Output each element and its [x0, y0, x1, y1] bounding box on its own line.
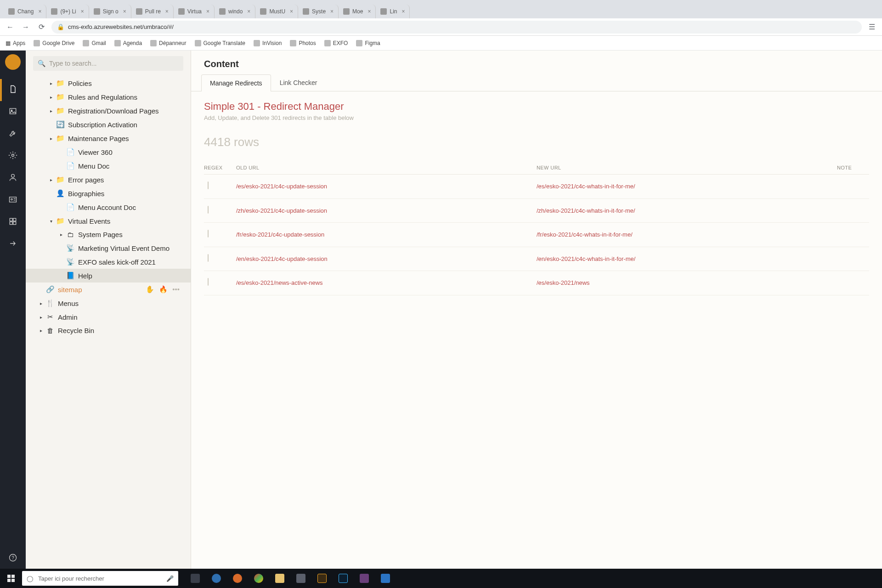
- content-tab[interactable]: Manage Redirects: [201, 74, 271, 91]
- close-icon[interactable]: ×: [123, 8, 126, 15]
- expand-icon[interactable]: ▸: [38, 328, 44, 333]
- tree-node[interactable]: 🔄 Subscription Activation: [26, 118, 191, 131]
- tree-search-input[interactable]: 🔍 Type to search...: [33, 56, 183, 71]
- vscode-button[interactable]: [376, 569, 395, 588]
- start-button[interactable]: [0, 569, 22, 588]
- table-row[interactable]: /fr/esko-2021/c4c-update-session /fr/esk…: [204, 223, 869, 247]
- expand-icon[interactable]: ▸: [48, 136, 54, 141]
- rail-media[interactable]: [0, 101, 26, 123]
- tree-node[interactable]: ▾ 📁 Virtual Events: [26, 214, 191, 228]
- browser-tab[interactable]: Virtua ×: [174, 5, 215, 18]
- rail-translate[interactable]: [0, 233, 26, 255]
- illustrator-button[interactable]: [312, 569, 332, 588]
- chrome-button[interactable]: [249, 569, 268, 588]
- address-bar[interactable]: 🔒 cms-exfo.azurewebsites.net/umbraco/#/: [51, 21, 862, 34]
- row-checkbox[interactable]: [208, 278, 209, 286]
- browser-tab[interactable]: Moe ×: [339, 5, 376, 18]
- browser-tab[interactable]: Chang ×: [4, 5, 46, 18]
- edge-button[interactable]: [207, 569, 226, 588]
- browser-tab[interactable]: (9+) Li ×: [46, 5, 89, 18]
- node-more-icon[interactable]: •••: [172, 285, 180, 294]
- bookmark-item[interactable]: EXFO: [324, 40, 348, 46]
- bookmark-item[interactable]: Google Drive: [34, 40, 74, 46]
- row-checkbox[interactable]: [208, 230, 209, 237]
- browser-tab[interactable]: Sign o ×: [89, 5, 131, 18]
- content-tab[interactable]: Link Checker: [271, 74, 326, 91]
- bookmark-item[interactable]: Photos: [290, 40, 316, 46]
- expand-icon[interactable]: ▸: [58, 232, 64, 237]
- rail-content[interactable]: [0, 79, 26, 101]
- close-icon[interactable]: ×: [368, 8, 371, 15]
- table-row[interactable]: /es/esko-2021/news-active-news /es/esko-…: [204, 271, 869, 295]
- app-button-2[interactable]: [355, 569, 374, 588]
- bookmark-item[interactable]: Figma: [356, 40, 380, 46]
- tree-node[interactable]: 📄 Menu Doc: [26, 159, 191, 173]
- tree-node[interactable]: 🔗 sitemap ✋ 🔥 •••: [26, 283, 191, 296]
- expand-icon[interactable]: ▸: [48, 108, 54, 113]
- forward-button[interactable]: →: [20, 22, 31, 33]
- col-old-url[interactable]: OLD URL: [236, 165, 537, 170]
- browser-tab[interactable]: windo ×: [215, 5, 255, 18]
- rail-forms[interactable]: [0, 211, 26, 233]
- row-checkbox[interactable]: [208, 206, 209, 214]
- expand-icon[interactable]: ▸: [48, 81, 54, 86]
- browser-tab[interactable]: MustU ×: [255, 5, 298, 18]
- reload-button[interactable]: ⟳: [36, 22, 47, 33]
- tree-node[interactable]: ▸ 📁 Rules and Regulations: [26, 90, 191, 104]
- expand-icon[interactable]: ▸: [38, 301, 44, 306]
- rail-settings[interactable]: [0, 123, 26, 145]
- apps-button[interactable]: ▦Apps: [6, 40, 25, 46]
- bookmark-item[interactable]: Gmail: [83, 40, 106, 46]
- bookmark-item[interactable]: Agenda: [114, 40, 142, 46]
- expand-icon[interactable]: ▸: [48, 177, 54, 182]
- tree-node[interactable]: 📡 Marketing Virtual Event Demo: [26, 241, 191, 255]
- browser-tab[interactable]: Syste ×: [298, 5, 339, 18]
- col-note[interactable]: NOTE: [837, 165, 869, 170]
- row-checkbox[interactable]: [208, 181, 209, 189]
- table-row[interactable]: /zh/esko-2021/c4c-update-session /zh/esk…: [204, 199, 869, 223]
- tree-node[interactable]: 📡 EXFO sales kick-off 2021: [26, 255, 191, 269]
- tree-node[interactable]: ▸ 📁 Registration/Download Pages: [26, 104, 191, 118]
- mic-icon[interactable]: 🎤: [166, 575, 174, 582]
- node-action-icon[interactable]: 🔥: [159, 285, 168, 294]
- table-row[interactable]: /es/esko-2021/c4c-update-session /es/esk…: [204, 175, 869, 199]
- table-row[interactable]: /en/esko-2021/c4c-update-session /en/esk…: [204, 247, 869, 271]
- tree-node[interactable]: ▸ 🗀 System Pages: [26, 228, 191, 241]
- close-icon[interactable]: ×: [401, 8, 405, 15]
- close-icon[interactable]: ×: [247, 8, 250, 15]
- firefox-button[interactable]: [228, 569, 247, 588]
- close-icon[interactable]: ×: [38, 8, 41, 15]
- close-icon[interactable]: ×: [330, 8, 334, 15]
- browser-tab[interactable]: Lin ×: [376, 5, 410, 18]
- app-logo[interactable]: [5, 54, 21, 70]
- close-icon[interactable]: ×: [206, 8, 209, 15]
- bookmark-item[interactable]: Google Translate: [195, 40, 245, 46]
- tree-node[interactable]: 📄 Menu Account Doc: [26, 200, 191, 214]
- taskbar-search[interactable]: ◯ Taper ici pour rechercher 🎤: [22, 571, 178, 586]
- tree-node[interactable]: ▸ ✂ Admin: [26, 310, 191, 324]
- tree-node[interactable]: ▸ 📁 Policies: [26, 76, 191, 90]
- explorer-button[interactable]: [270, 569, 289, 588]
- browser-tab[interactable]: Pull re ×: [131, 5, 174, 18]
- col-new-url[interactable]: NEW URL: [537, 165, 837, 170]
- task-view-button[interactable]: [186, 569, 205, 588]
- close-icon[interactable]: ×: [81, 8, 84, 15]
- rail-members[interactable]: [0, 189, 26, 211]
- bookmark-item[interactable]: Dépanneur: [150, 40, 186, 46]
- close-icon[interactable]: ×: [165, 8, 169, 15]
- tree-node[interactable]: 📄 Viewer 360: [26, 145, 191, 159]
- app-button-1[interactable]: [291, 569, 311, 588]
- expand-icon[interactable]: ▾: [48, 219, 54, 224]
- tree-node[interactable]: 📘 Help: [26, 269, 191, 283]
- bookmark-item[interactable]: InVision: [254, 40, 282, 46]
- col-regex[interactable]: REGEX: [204, 165, 236, 170]
- node-action-icon[interactable]: ✋: [146, 285, 154, 294]
- tree-node[interactable]: ▸ 🗑 Recycle Bin: [26, 324, 191, 337]
- back-button[interactable]: ←: [5, 22, 16, 33]
- profile-button[interactable]: ☰: [866, 22, 877, 33]
- help-rail-button[interactable]: ?: [0, 547, 26, 569]
- close-icon[interactable]: ×: [290, 8, 293, 15]
- tree-node[interactable]: 👤 Biographies: [26, 187, 191, 200]
- tree-node[interactable]: ▸ 📁 Maintenance Pages: [26, 131, 191, 145]
- photoshop-button[interactable]: [334, 569, 353, 588]
